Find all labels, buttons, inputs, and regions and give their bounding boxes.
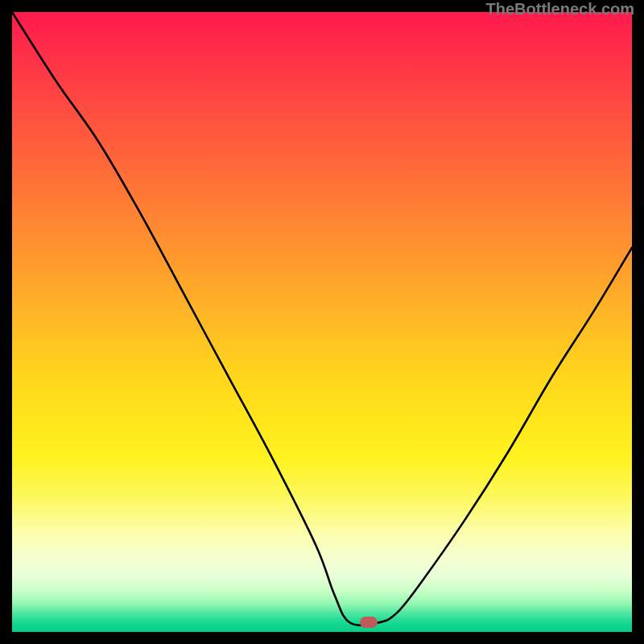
watermark-text: TheBottleneck.com	[486, 0, 634, 19]
chart-frame: TheBottleneck.com	[0, 0, 644, 644]
curve-layer	[12, 12, 632, 632]
bottleneck-curve	[12, 12, 632, 625]
plot-area	[12, 12, 632, 632]
optimum-marker	[360, 617, 378, 628]
